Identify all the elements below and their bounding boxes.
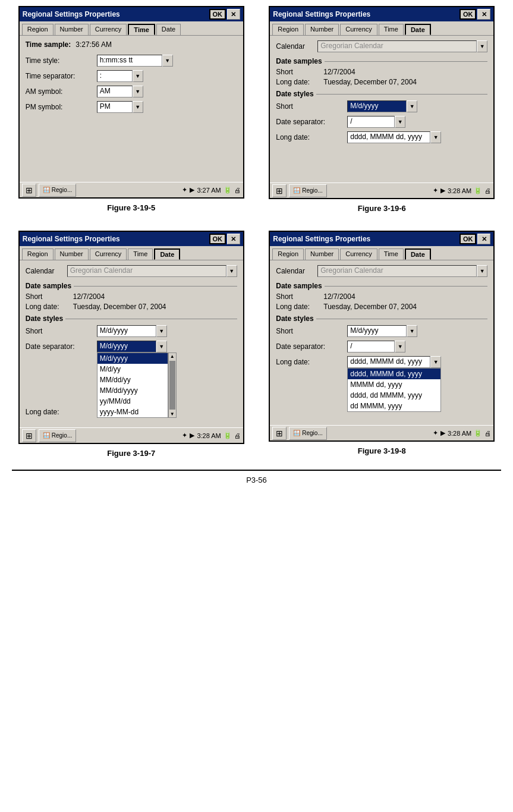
- scrollbar-7: ▲ ▼: [168, 353, 177, 418]
- date-sep-dropdown-btn-8[interactable]: ▼: [395, 341, 405, 353]
- date-sep-label-6: Date separator:: [276, 118, 347, 126]
- tab-region-7[interactable]: Region: [22, 248, 53, 260]
- dropdown-item-1-7[interactable]: M/d/yy: [97, 364, 168, 374]
- tab-currency-7[interactable]: Currency: [90, 248, 127, 260]
- tab-time-6[interactable]: Time: [379, 24, 404, 35]
- window-3-19-6: Regional Settings Properties OK ✕ Region…: [269, 6, 495, 199]
- short-style-input-6[interactable]: M/d/yyyy: [347, 100, 407, 112]
- close-button-7[interactable]: ✕: [227, 234, 240, 244]
- close-button-5[interactable]: ✕: [227, 9, 240, 20]
- long-dropdown-item-2-8[interactable]: dddd, dd MMMM, yyyy: [348, 390, 440, 401]
- tab-date-8[interactable]: Date: [405, 248, 431, 260]
- tab-number-6[interactable]: Number: [305, 24, 339, 35]
- am-input[interactable]: AM: [97, 86, 133, 97]
- taskbar-icon-7: 🪟: [43, 432, 50, 439]
- long-dropdown-item-0-8[interactable]: dddd, MMMM dd, yyyy: [348, 369, 440, 379]
- short-style-input-7[interactable]: M/d/yyyy: [97, 325, 156, 337]
- tab-currency-8[interactable]: Currency: [340, 248, 377, 260]
- figures-grid: Regional Settings Properties OK ✕ Region…: [12, 6, 501, 458]
- tab-region-6[interactable]: Region: [272, 24, 304, 35]
- printer-icon-7: 🖨: [234, 432, 241, 439]
- long-date-wrapper-8: dddd, MMMM dd, yyyy ▼ dddd, MMMM dd, yyy…: [347, 356, 441, 368]
- tab-currency-5[interactable]: Currency: [90, 24, 127, 35]
- tab-region-5[interactable]: Region: [22, 24, 53, 35]
- long-dropdown-item-1-8[interactable]: MMMM dd, yyyy: [348, 379, 440, 390]
- tab-time-8[interactable]: Time: [379, 248, 404, 260]
- tab-region-8[interactable]: Region: [272, 248, 304, 260]
- tab-number-5[interactable]: Number: [55, 24, 89, 35]
- tab-date-7[interactable]: Date: [154, 248, 180, 260]
- date-sep-row-6: Date separator: / ▼: [276, 116, 487, 128]
- tab-date-5[interactable]: Date: [156, 24, 181, 35]
- am-dropdown-btn[interactable]: ▼: [133, 86, 143, 97]
- start-button-7[interactable]: ⊞: [22, 429, 36, 442]
- long-date-input-8[interactable]: dddd, MMMM dd, yyyy: [347, 356, 430, 368]
- tabs-6: Region Number Currency Time Date: [270, 21, 493, 35]
- time-sep-input[interactable]: :: [97, 70, 133, 82]
- long-date-dropdown-6[interactable]: ▼: [430, 131, 441, 143]
- figure-3-19-8: Regional Settings Properties OK ✕ Region…: [263, 231, 502, 458]
- pm-dropdown-btn[interactable]: ▼: [133, 101, 143, 113]
- taskbar-app-6[interactable]: 🪟 Regio...: [289, 184, 326, 197]
- dropdown-item-2-7[interactable]: MM/dd/yy: [97, 374, 168, 385]
- dropdown-item-4-7[interactable]: yy/MM/dd: [97, 396, 168, 407]
- am-row: AM symbol: AM ▼: [26, 86, 237, 97]
- start-button-6[interactable]: ⊞: [272, 184, 287, 197]
- ok-button-5[interactable]: OK: [209, 9, 226, 20]
- am-label: AM symbol:: [26, 87, 97, 96]
- tab-number-7[interactable]: Number: [55, 248, 89, 260]
- calendar-input-8[interactable]: Gregorian Calendar: [317, 265, 477, 277]
- start-button-5[interactable]: ⊞: [22, 184, 36, 197]
- short-style-input-8[interactable]: M/d/yyyy: [347, 325, 407, 337]
- scroll-up-7[interactable]: ▲: [169, 353, 175, 360]
- scroll-down-7[interactable]: ▼: [169, 411, 175, 417]
- calendar-input-6[interactable]: Gregorian Calendar: [317, 40, 477, 52]
- date-sep-input-6[interactable]: /: [347, 116, 395, 128]
- printer-icon-5: 🖨: [234, 187, 241, 194]
- tab-date-6[interactable]: Date: [405, 24, 431, 35]
- calendar-label-6: Calendar: [276, 42, 317, 51]
- taskbar-app-8[interactable]: 🪟 Regio...: [289, 427, 326, 440]
- start-button-8[interactable]: ⊞: [272, 427, 287, 440]
- calendar-input-7[interactable]: Gregorian Calendar: [67, 265, 226, 277]
- short-style-row-8: Short M/d/yyyy ▼: [276, 325, 487, 337]
- titlebar-3-19-7: Regional Settings Properties OK ✕: [20, 232, 243, 246]
- tab-time-7[interactable]: Time: [128, 248, 153, 260]
- short-style-dropdown-8[interactable]: ▼: [407, 325, 417, 337]
- dropdown-item-5-7[interactable]: yyyy-MM-dd: [97, 407, 168, 417]
- dropdown-item-0-7[interactable]: M/d/yyyy: [97, 353, 168, 364]
- close-button-6[interactable]: ✕: [477, 9, 490, 20]
- time-sep-dropdown-btn[interactable]: ▼: [133, 70, 143, 82]
- date-sep-input-8[interactable]: /: [347, 341, 395, 353]
- taskbar-app-5[interactable]: 🪟 Regio...: [39, 184, 76, 197]
- long-date-sample-6: Long date: Tuesday, December 07, 2004: [276, 78, 487, 86]
- short-style-dropdown-7[interactable]: ▼: [156, 325, 167, 337]
- tab-currency-6[interactable]: Currency: [340, 24, 377, 35]
- long-dropdown-item-3-8[interactable]: dd MMMM, yyyy: [348, 401, 440, 411]
- pm-label: PM symbol:: [26, 103, 97, 111]
- tab-number-8[interactable]: Number: [305, 248, 339, 260]
- close-button-8[interactable]: ✕: [477, 234, 490, 244]
- time-style-dropdown-btn[interactable]: ▼: [162, 55, 173, 67]
- antenna-icon-7: ✦: [182, 432, 187, 439]
- ok-button-7[interactable]: OK: [209, 234, 226, 244]
- calendar-dropdown-btn-8[interactable]: ▼: [477, 265, 487, 277]
- date-sep-dropdown-6[interactable]: ▼: [395, 116, 405, 128]
- long-date-dropdown-btn-8[interactable]: ▼: [430, 356, 441, 368]
- ok-button-6[interactable]: OK: [460, 9, 476, 20]
- tab-time-5[interactable]: Time: [128, 24, 155, 35]
- date-sep-input-7[interactable]: M/d/yyyy: [97, 341, 156, 353]
- short-date-sample-7: Short 12/7/2004: [26, 292, 237, 301]
- page-footer: P3-56: [12, 470, 501, 489]
- short-style-control-8: M/d/yyyy ▼: [347, 325, 417, 337]
- taskbar-app-7[interactable]: 🪟 Regio...: [39, 429, 76, 442]
- dropdown-item-3-7[interactable]: MM/dd/yyyy: [97, 385, 168, 396]
- pm-input[interactable]: PM: [97, 101, 133, 113]
- time-style-input[interactable]: h:mm:ss tt: [97, 55, 162, 67]
- calendar-dropdown-btn-6[interactable]: ▼: [477, 40, 487, 52]
- calendar-dropdown-btn-7[interactable]: ▼: [226, 265, 237, 277]
- date-sep-dropdown-btn-7[interactable]: ▼: [156, 341, 167, 353]
- long-date-input-6[interactable]: dddd, MMMM dd, yyyy: [347, 131, 430, 143]
- short-style-dropdown-6[interactable]: ▼: [407, 100, 417, 112]
- ok-button-8[interactable]: OK: [460, 234, 476, 244]
